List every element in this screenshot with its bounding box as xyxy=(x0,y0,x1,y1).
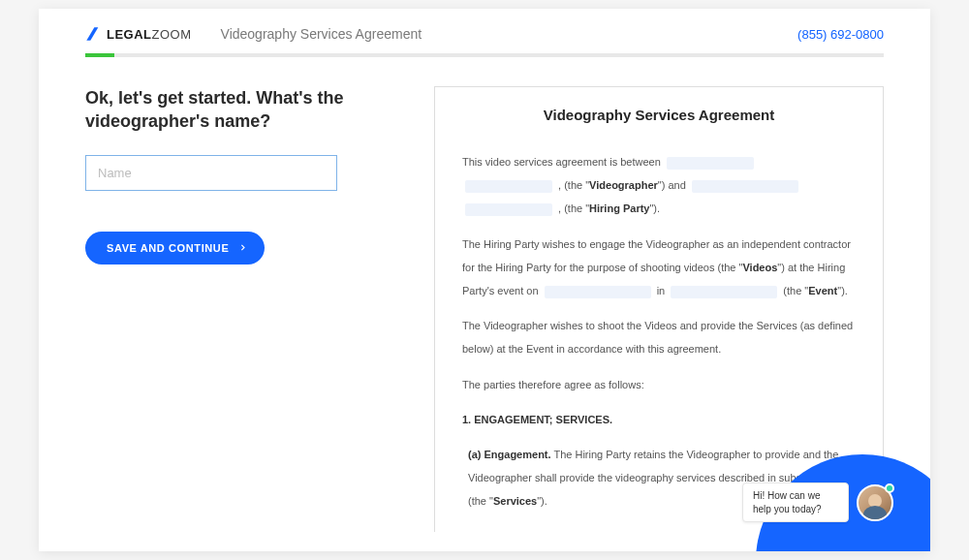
logo-icon xyxy=(85,26,101,42)
chevron-right-icon xyxy=(238,243,247,252)
doc-term-services: Services xyxy=(493,495,537,507)
blank-field xyxy=(465,203,552,216)
chat-avatar-wrap[interactable] xyxy=(857,484,893,521)
doc-s1b-label: (b) Services. xyxy=(468,530,531,532)
blank-field xyxy=(667,157,754,170)
phone-link[interactable]: (855) 692-0800 xyxy=(797,27,884,42)
cta-label: SAVE AND CONTINUE xyxy=(107,242,229,254)
progress-fill xyxy=(85,53,114,57)
doc-p2e: "). xyxy=(837,285,848,296)
doc-term-videographer: Videographer xyxy=(589,179,658,191)
question-heading: Ok, let's get started. What's the videog… xyxy=(85,86,415,134)
doc-term-event: Event xyxy=(808,285,837,296)
app-shell: LEGALZOOM Videography Services Agreement… xyxy=(39,9,930,551)
doc-term-videos: Videos xyxy=(742,262,777,273)
page-title: Videography Services Agreement xyxy=(221,26,422,42)
chat-widget[interactable]: Hi! How can we help you today? xyxy=(742,482,893,522)
blank-field xyxy=(671,286,777,298)
name-input[interactable] xyxy=(85,155,337,191)
doc-section1-title: 1. ENGAGEMENT; SERVICES. xyxy=(462,408,856,431)
doc-p1e: "). xyxy=(649,202,660,214)
doc-s1a-label: (a) Engagement. xyxy=(468,449,551,460)
doc-p2c: in xyxy=(657,285,666,296)
blank-field xyxy=(692,180,798,193)
doc-p4: The parties therefore agree as follows: xyxy=(462,373,856,396)
blank-field xyxy=(465,180,552,193)
doc-title: Videography Services Agreement xyxy=(462,107,856,123)
doc-p2: The Hiring Party wishes to engage the Vi… xyxy=(462,233,856,303)
doc-p1d: , (the " xyxy=(558,202,589,214)
save-continue-button[interactable]: SAVE AND CONTINUE xyxy=(85,232,265,264)
doc-p1b: , (the " xyxy=(558,179,589,191)
doc-p1c: ") and xyxy=(658,179,686,191)
header-left: LEGALZOOM Videography Services Agreement xyxy=(85,26,422,42)
doc-term-hiring-party: Hiring Party xyxy=(589,202,649,214)
doc-s1-title: 1. ENGAGEMENT; SERVICES. xyxy=(462,414,612,425)
status-online-icon xyxy=(885,483,894,493)
doc-p3: The Videographer wishes to shoot the Vid… xyxy=(462,314,856,360)
doc-s1b-text: The Videographer shall: xyxy=(531,530,646,532)
logo-bold: LEGAL xyxy=(107,27,152,42)
logo[interactable]: LEGALZOOM xyxy=(85,26,192,42)
doc-p1a: This video services agreement is between xyxy=(462,156,661,168)
chat-bubble: Hi! How can we help you today? xyxy=(742,482,849,522)
doc-body: This video services agreement is between… xyxy=(462,150,856,532)
doc-p2d: (the " xyxy=(783,285,808,296)
progress-bar xyxy=(85,53,884,57)
form-pane: Ok, let's get started. What's the videog… xyxy=(85,86,415,532)
logo-text: LEGALZOOM xyxy=(107,27,192,42)
blank-field xyxy=(545,286,651,298)
header: LEGALZOOM Videography Services Agreement… xyxy=(39,9,930,53)
doc-p1: This video services agreement is between… xyxy=(462,150,856,221)
body: Ok, let's get started. What's the videog… xyxy=(39,57,930,532)
logo-light: ZOOM xyxy=(152,27,192,42)
doc-s1a-close: "). xyxy=(537,495,547,507)
